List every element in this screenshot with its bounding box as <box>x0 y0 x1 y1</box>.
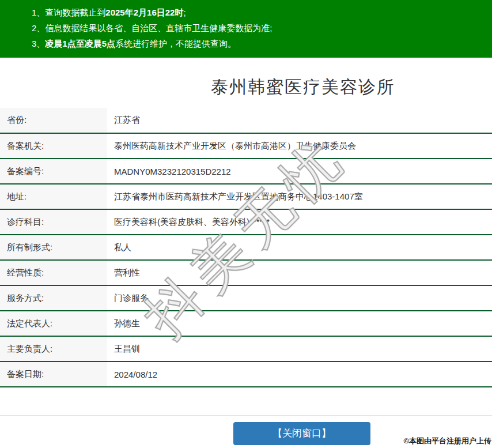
facility-info-table: 省份: 江苏省 备案机关: 泰州医药高新技术产业开发区（泰州市高港区）卫生健康委… <box>0 108 492 387</box>
table-row: 法定代表人: 孙德生 <box>0 311 492 336</box>
notice-line-2: 2、信息数据结果以各省、自治区、直辖市卫生健康委数据为准; <box>32 20 486 36</box>
row-value: 私人 <box>107 235 492 260</box>
notice-line-3-suffix: 系统进行维护，不能提供查询。 <box>115 39 236 48</box>
table-row: 主要负责人: 王昌钏 <box>0 336 492 362</box>
notice-line-2-text: 2、信息数据结果以各省、自治区、直辖市卫生健康委数据为准; <box>32 23 273 33</box>
result-content: 泰州韩蜜医疗美容诊所 省份: 江苏省 备案机关: 泰州医药高新技术产业开发区（泰… <box>0 76 492 445</box>
notice-line-1-bold: 2025年2月16日22时 <box>105 7 183 17</box>
row-value: 2024/08/12 <box>107 362 492 387</box>
row-value: 泰州医药高新技术产业开发区（泰州市高港区）卫生健康委员会 <box>107 133 492 159</box>
row-label: 地址: <box>0 184 107 209</box>
row-value: 门诊服务 <box>107 285 492 311</box>
table-row: 地址: 江苏省泰州市医药高新技术产业开发区置地商务中心1403-1407室 <box>0 184 492 209</box>
row-label: 备案机关: <box>0 133 107 159</box>
row-label: 主要负责人: <box>0 336 107 362</box>
upload-stamp-watermark: ©本图由平台注册用户上传 <box>403 436 491 446</box>
footer-divider <box>0 415 492 416</box>
row-value: 江苏省泰州市医药高新技术产业开发区置地商务中心1403-1407室 <box>107 184 492 209</box>
table-row: 备案编号: MADNY0M3232120315D2212 <box>0 159 492 184</box>
row-label: 省份: <box>0 108 107 133</box>
table-row: 诊疗科目: 医疗美容科(美容皮肤科、美容外科)****** <box>0 209 492 235</box>
row-label: 备案编号: <box>0 159 107 184</box>
row-label: 诊疗科目: <box>0 209 107 235</box>
notice-line-1-text: 1、查询数据截止到 <box>32 7 105 17</box>
notice-line-1: 1、查询数据截止到2025年2月16日22时; <box>32 5 486 20</box>
row-value: 孙德生 <box>107 311 492 336</box>
table-row: 备案日期: 2024/08/12 <box>0 362 492 387</box>
notice-line-3-bold: 凌晨1点至凌晨5点 <box>45 39 115 48</box>
table-row: 所有制形式: 私人 <box>0 235 492 260</box>
row-value: MADNY0M3232120315D2212 <box>107 159 492 184</box>
row-label: 所有制形式: <box>0 235 107 260</box>
close-window-button[interactable]: 【关闭窗口】 <box>233 422 370 445</box>
notice-banner: 1、查询数据截止到2025年2月16日22时; 2、信息数据结果以各省、自治区、… <box>0 0 492 58</box>
table-row: 经营性质: 营利性 <box>0 260 492 285</box>
row-label: 法定代表人: <box>0 311 107 336</box>
notice-line-1-suffix: ; <box>183 7 186 17</box>
page-title: 泰州韩蜜医疗美容诊所 <box>0 76 492 99</box>
row-label: 服务方式: <box>0 285 107 311</box>
table-row: 省份: 江苏省 <box>0 108 492 133</box>
table-row: 服务方式: 门诊服务 <box>0 285 492 311</box>
row-value: 医疗美容科(美容皮肤科、美容外科)****** <box>107 209 492 235</box>
row-value: 营利性 <box>107 260 492 285</box>
notice-line-3: 3、凌晨1点至凌晨5点系统进行维护，不能提供查询。 <box>32 36 486 51</box>
notice-line-3-text: 3、 <box>32 39 45 48</box>
table-row: 备案机关: 泰州医药高新技术产业开发区（泰州市高港区）卫生健康委员会 <box>0 133 492 159</box>
row-label: 经营性质: <box>0 260 107 285</box>
row-value: 江苏省 <box>107 108 492 133</box>
row-label: 备案日期: <box>0 362 107 387</box>
row-value: 王昌钏 <box>107 336 492 362</box>
